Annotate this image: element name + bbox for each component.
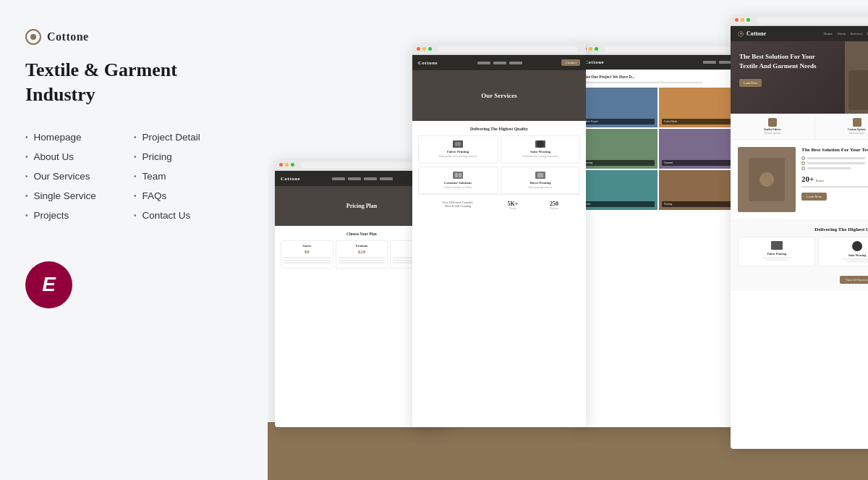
stat-number: 5K+ bbox=[508, 201, 519, 207]
preview-area: Cottone Contact Pricing Plan Choose Your… bbox=[268, 0, 868, 480]
hero-content: The Best Solution For Your Textile And G… bbox=[731, 41, 868, 98]
nav-label-homepage: Homepage bbox=[34, 132, 82, 143]
stat-suffix: Years bbox=[815, 179, 824, 182]
see-project-text: See Our Project We Have D... bbox=[584, 75, 732, 79]
stat-text: Over 1000 more Complete Work & Still Cou… bbox=[440, 201, 476, 208]
services-section-heading: Delivering The Highest Quality Fabrics bbox=[738, 227, 868, 232]
browser-close bbox=[735, 18, 739, 22]
service-card-direct: Direct Printing Direct printing services bbox=[501, 167, 580, 195]
screen-nav bbox=[703, 61, 732, 64]
services-body: Delivering The Highest Quality Fabric Pr… bbox=[412, 121, 586, 222]
nav-item-team[interactable]: • Team bbox=[134, 167, 242, 186]
browser-minimize bbox=[741, 18, 744, 22]
about-learn-btn[interactable]: Learn More bbox=[801, 193, 827, 201]
stat-label: Projects bbox=[550, 207, 558, 210]
nav-label-contact: Contact Us bbox=[142, 210, 191, 221]
feature-title-1: Quality Fabrics bbox=[733, 128, 812, 131]
project-label-5: Textile bbox=[582, 201, 655, 207]
nav-grid: • Homepage • About Us • Our Services • S… bbox=[25, 127, 242, 225]
service-title: Fabric Printing bbox=[422, 150, 494, 153]
screen-header-services: Cottone Contact bbox=[412, 55, 586, 70]
pricing-line bbox=[284, 260, 331, 261]
browser-minimize bbox=[422, 47, 426, 51]
feature-icon bbox=[853, 118, 861, 127]
stat-number: 250 bbox=[550, 201, 558, 207]
elementor-badge: E bbox=[25, 261, 72, 308]
view-all-section: View All Services bbox=[738, 271, 868, 284]
pricing-line bbox=[284, 262, 331, 264]
nav-item-about[interactable]: • About Us bbox=[25, 147, 134, 167]
icon-bar bbox=[455, 173, 458, 177]
service-card-customer: Customer Solutions Custom solutions for … bbox=[418, 167, 498, 195]
service-title: Satin Weaving bbox=[504, 150, 576, 153]
screen-logo: Cottone bbox=[281, 176, 300, 182]
full-nav-home: Home bbox=[824, 32, 833, 35]
project-thumb-2: Cotton Work bbox=[659, 88, 738, 127]
service-desc: Premium satin weaving techniques bbox=[504, 155, 576, 159]
stat-250: 250 Projects bbox=[550, 201, 558, 210]
screen-nav-item bbox=[509, 62, 522, 64]
satin-icon-inner bbox=[537, 140, 544, 148]
full-nav-services: Services bbox=[850, 32, 862, 35]
nav-item-homepage[interactable]: • Homepage bbox=[25, 127, 134, 147]
nav-item-projects[interactable]: • Projects bbox=[25, 206, 134, 225]
about-lines bbox=[801, 156, 868, 170]
nav-label-projects: Projects bbox=[34, 210, 69, 221]
icon-bar bbox=[459, 173, 461, 177]
about-line-3 bbox=[801, 167, 868, 170]
feature-desc: Tailored solutions bbox=[818, 132, 868, 135]
line-text bbox=[807, 157, 865, 159]
full-header: Cottone Home About Services Projects Con… bbox=[731, 26, 868, 41]
line-text bbox=[807, 162, 865, 164]
view-all-btn[interactable]: View All Services bbox=[840, 276, 868, 284]
icon-inner bbox=[537, 173, 543, 177]
customer-icon bbox=[453, 172, 463, 179]
feature-item-1: Quality Fabrics Premium materials bbox=[731, 114, 815, 139]
pricing-hero-text: Pricing Plan bbox=[346, 203, 377, 209]
browser-maximize bbox=[428, 47, 432, 51]
pricing-line bbox=[284, 257, 331, 258]
browser-maximize bbox=[291, 163, 294, 167]
nav-bullet: • bbox=[134, 172, 137, 180]
features-row: Quality Fabrics Premium materials Custom… bbox=[731, 114, 868, 140]
hero-cta-btn[interactable]: Learn More bbox=[739, 79, 762, 87]
about-content: The Best Solution For Your Textile And G… bbox=[801, 147, 868, 212]
about-line-1 bbox=[801, 156, 868, 160]
about-title: The Best Solution For Your Textile And G… bbox=[801, 147, 868, 153]
nav-bullet: • bbox=[25, 153, 28, 161]
service-line bbox=[843, 258, 868, 260]
pricing-card-premium: Premium $29 bbox=[336, 240, 388, 269]
screen-nav-item bbox=[348, 177, 361, 180]
feature-item-2: Custom Options Tailored solutions bbox=[815, 114, 868, 139]
logo-dot bbox=[740, 33, 742, 35]
nav-bullet: • bbox=[25, 133, 28, 141]
check-icon bbox=[801, 167, 805, 170]
nav-item-services[interactable]: • Our Services bbox=[25, 167, 134, 186]
browser-bar-projects bbox=[579, 43, 738, 55]
stat-number-large: 20+ bbox=[801, 174, 814, 183]
nav-bullet: • bbox=[25, 211, 28, 219]
nav-item-faqs[interactable]: • FAQs bbox=[134, 186, 242, 206]
nav-item-pricing[interactable]: • Pricing bbox=[134, 147, 242, 167]
nav-bullet: • bbox=[25, 172, 28, 180]
nav-item-single-service[interactable]: • Single Service bbox=[25, 186, 134, 206]
project-thumb-1: Fabric Project bbox=[579, 88, 658, 127]
see-project-section: See Our Project We Have D... bbox=[579, 70, 738, 88]
full-nav: Home About Services Projects Contact bbox=[824, 32, 868, 35]
service-card-satin: Satin Weaving Premium satin weaving tech… bbox=[501, 135, 580, 164]
nav-item-project-detail[interactable]: • Project Detail bbox=[134, 127, 242, 147]
full-service-card-2: Satin Weaving bbox=[818, 237, 868, 266]
pricing-card-starter: Starter $9 bbox=[281, 240, 333, 269]
service-line bbox=[766, 259, 788, 261]
full-about: The Best Solution For Your Textile And G… bbox=[731, 140, 868, 219]
full-service-name-1: Fabric Printing bbox=[741, 252, 812, 256]
screen-projects: Cottone See Our Project We Have D... Fab… bbox=[579, 43, 738, 427]
pricing-lines bbox=[284, 257, 331, 264]
nav-label-project-detail: Project Detail bbox=[142, 132, 200, 143]
see-project-desc bbox=[584, 82, 702, 83]
screen-nav-item bbox=[364, 177, 377, 180]
line-text bbox=[807, 167, 851, 169]
nav-item-contact[interactable]: • Contact Us bbox=[134, 206, 242, 225]
icon-content bbox=[455, 173, 461, 177]
screen-nav-item bbox=[332, 177, 345, 180]
